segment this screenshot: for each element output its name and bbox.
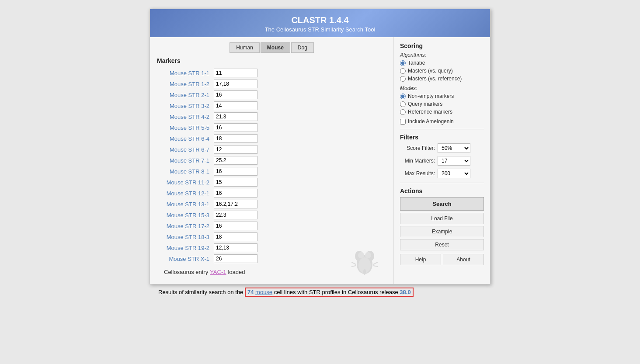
- marker-name: Mouse STR 15-3: [157, 212, 214, 218]
- marker-name: Mouse STR X-1: [157, 256, 214, 262]
- marker-row: Mouse STR 5-5: [157, 123, 386, 132]
- marker-input[interactable]: [214, 232, 257, 241]
- marker-row: Mouse STR 2-1: [157, 90, 386, 99]
- algo-masters-query[interactable]: Masters (vs. query): [400, 68, 484, 74]
- title-bar: CLASTR 1.4.4 The Cellosaurus STR Similar…: [150, 9, 490, 37]
- marker-input[interactable]: [214, 167, 257, 176]
- marker-row: Mouse STR 15-3: [157, 211, 386, 219]
- marker-name: Mouse STR 2-1: [157, 92, 214, 98]
- app-subtitle: The Cellosaurus STR Similarity Search To…: [154, 26, 486, 33]
- example-button[interactable]: Example: [400, 226, 484, 237]
- mode-reference-markers-radio[interactable]: [400, 109, 406, 115]
- marker-input[interactable]: [214, 90, 257, 99]
- marker-input[interactable]: [214, 254, 257, 263]
- modes-group: Non-empty markers Query markers Referenc…: [400, 93, 484, 115]
- status-link[interactable]: YAC-1: [210, 269, 226, 275]
- algo-masters-ref-radio[interactable]: [400, 76, 406, 82]
- marker-row: Mouse STR 7-1: [157, 156, 386, 165]
- content-area: Human Mouse Dog Markers Mouse STR 1-1Mou…: [150, 37, 490, 284]
- mode-non-empty-radio[interactable]: [400, 94, 406, 99]
- tab-human[interactable]: Human: [230, 42, 260, 53]
- marker-row: Mouse STR 4-2: [157, 112, 386, 121]
- species-tabs: Human Mouse Dog: [157, 42, 386, 53]
- marker-input[interactable]: [214, 189, 257, 198]
- marker-input[interactable]: [214, 101, 257, 110]
- max-results-select[interactable]: 50 100 200 500: [438, 169, 470, 178]
- marker-name: Mouse STR 13-1: [157, 201, 214, 208]
- marker-name: Mouse STR 1-2: [157, 81, 214, 87]
- mode-query-markers-radio[interactable]: [400, 101, 406, 107]
- mouse-watermark: [351, 245, 378, 277]
- marker-row: Mouse STR 3-2: [157, 101, 386, 110]
- algorithms-group: Tanabe Masters (vs. query) Masters (vs. …: [400, 60, 484, 82]
- results-suffix: cell lines with STR profiles in Cellosau…: [274, 289, 398, 295]
- divider-scoring-filters: [400, 129, 484, 129]
- min-markers-select[interactable]: 10 12 14 15 16 17 18: [438, 156, 470, 166]
- marker-name: Mouse STR 17-2: [157, 223, 214, 229]
- marker-input[interactable]: [214, 112, 257, 121]
- marker-name: Mouse STR 6-7: [157, 146, 214, 153]
- marker-name: Mouse STR 4-2: [157, 114, 214, 120]
- marker-input[interactable]: [214, 243, 257, 252]
- marker-row: Mouse STR 6-4: [157, 134, 386, 143]
- app-window: CLASTR 1.4.4 The Cellosaurus STR Similar…: [150, 9, 490, 284]
- marker-name: Mouse STR 11-2: [157, 179, 214, 186]
- actions-title: Actions: [400, 187, 484, 194]
- algo-tanabe-radio[interactable]: [400, 60, 406, 66]
- marker-name: Mouse STR 19-2: [157, 245, 214, 251]
- left-panel: Human Mouse Dog Markers Mouse STR 1-1Mou…: [150, 37, 394, 284]
- marker-row: Mouse STR 8-1: [157, 167, 386, 176]
- svg-line-7: [351, 262, 356, 264]
- algo-tanabe[interactable]: Tanabe: [400, 60, 484, 66]
- marker-row: Mouse STR 17-2: [157, 222, 386, 230]
- help-about-row: Help About: [400, 254, 484, 265]
- svg-line-9: [373, 262, 378, 264]
- divider-filters-actions: [400, 183, 484, 183]
- status-text-after: loaded: [228, 269, 245, 275]
- marker-row: Mouse STR 18-3: [157, 232, 386, 241]
- markers-list: Mouse STR 1-1Mouse STR 1-2Mouse STR 2-1M…: [157, 69, 386, 263]
- marker-input[interactable]: [214, 200, 257, 208]
- right-panel: Scoring Algorithms: Tanabe Masters (vs. …: [394, 37, 490, 284]
- score-filter-row: Score Filter: 50% 60% 70% 80% 90%: [400, 143, 484, 153]
- load-file-button[interactable]: Load File: [400, 213, 484, 224]
- about-button[interactable]: About: [443, 254, 484, 265]
- score-filter-select[interactable]: 50% 60% 70% 80% 90%: [438, 143, 470, 153]
- marker-input[interactable]: [214, 211, 257, 219]
- marker-input[interactable]: [214, 145, 257, 154]
- results-species-link[interactable]: mouse: [255, 289, 272, 295]
- marker-row: Mouse STR 11-2: [157, 178, 386, 187]
- results-count: 74: [247, 289, 254, 295]
- marker-name: Mouse STR 1-1: [157, 70, 214, 76]
- marker-input[interactable]: [214, 80, 257, 88]
- status-text-before: Cellosaurus entry: [164, 269, 208, 275]
- marker-input[interactable]: [214, 156, 257, 165]
- results-area: Results of similarity search on the 74 m…: [150, 284, 490, 300]
- results-prefix: Results of similarity search on the: [158, 289, 243, 295]
- search-button[interactable]: Search: [400, 197, 484, 211]
- min-markers-label: Min Markers:: [400, 158, 435, 164]
- include-amelogenin[interactable]: Include Amelogenin: [400, 118, 484, 125]
- score-filter-label: Score Filter:: [400, 145, 435, 151]
- marker-input[interactable]: [214, 178, 257, 187]
- tab-dog[interactable]: Dog: [291, 42, 314, 53]
- include-amelogenin-checkbox[interactable]: [400, 119, 406, 125]
- filters-title: Filters: [400, 134, 484, 141]
- tab-mouse[interactable]: Mouse: [261, 42, 290, 53]
- mode-reference-markers[interactable]: Reference markers: [400, 109, 484, 115]
- marker-input[interactable]: [214, 134, 257, 143]
- marker-name: Mouse STR 7-1: [157, 157, 214, 164]
- algo-masters-query-radio[interactable]: [400, 68, 406, 74]
- algo-masters-ref[interactable]: Masters (vs. reference): [400, 76, 484, 82]
- marker-row: Mouse STR 13-1: [157, 200, 386, 208]
- marker-input[interactable]: [214, 69, 257, 77]
- mode-query-markers[interactable]: Query markers: [400, 101, 484, 107]
- marker-row: Mouse STR 1-2: [157, 80, 386, 88]
- reset-button[interactable]: Reset: [400, 239, 484, 250]
- mode-non-empty[interactable]: Non-empty markers: [400, 93, 484, 99]
- help-button[interactable]: Help: [400, 254, 441, 265]
- marker-name: Mouse STR 5-5: [157, 125, 214, 131]
- marker-input[interactable]: [214, 123, 257, 132]
- marker-input[interactable]: [214, 222, 257, 230]
- svg-point-5: [365, 252, 371, 258]
